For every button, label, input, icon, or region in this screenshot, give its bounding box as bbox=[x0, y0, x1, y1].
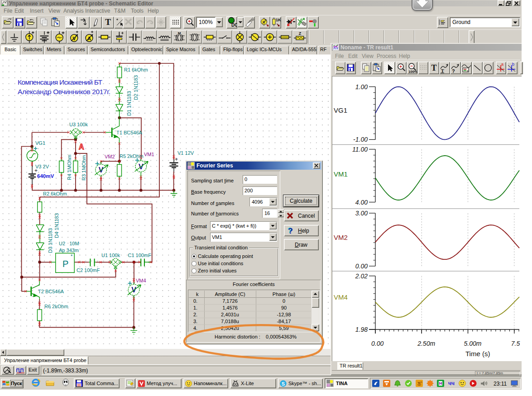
svg-text:-1.00: -1.00 bbox=[353, 136, 368, 143]
svg-text:VM1: VM1 bbox=[334, 170, 348, 178]
svg-text:11.00: 11.00 bbox=[352, 146, 368, 153]
svg-text:1.98: 1.98 bbox=[355, 326, 368, 333]
svg-text:1.00: 1.00 bbox=[355, 83, 368, 91]
svg-text:S: S bbox=[282, 381, 285, 386]
svg-text:VG1: VG1 bbox=[334, 106, 347, 114]
svg-text:5.00m: 5.00m bbox=[464, 340, 482, 347]
svg-text:3.00: 3.00 bbox=[355, 210, 368, 217]
svg-text:0.00: 0.00 bbox=[355, 262, 368, 270]
svg-text:Time (s): Time (s) bbox=[465, 350, 490, 358]
svg-text:4.00: 4.00 bbox=[355, 199, 368, 206]
svg-text:0.00: 0.00 bbox=[371, 340, 383, 347]
svg-text:VM4: VM4 bbox=[334, 293, 348, 301]
svg-text:7.5: 7.5 bbox=[511, 340, 520, 347]
svg-text:2.50m: 2.50m bbox=[417, 340, 435, 347]
svg-text:2.02: 2.02 bbox=[355, 272, 368, 280]
svg-text:VM2: VM2 bbox=[334, 234, 348, 241]
svg-text:чч: чч bbox=[448, 380, 455, 386]
